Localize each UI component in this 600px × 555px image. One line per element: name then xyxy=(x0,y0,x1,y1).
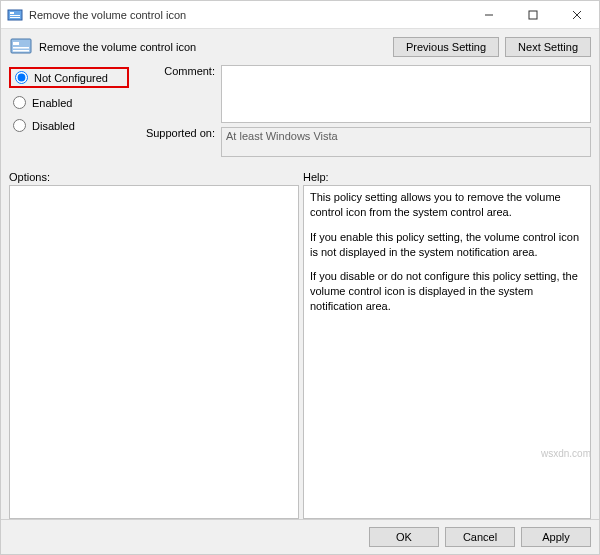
svg-rect-2 xyxy=(10,15,20,16)
split-panels: Options: Help: This policy setting allow… xyxy=(9,171,591,519)
help-label: Help: xyxy=(303,171,591,183)
svg-rect-11 xyxy=(13,50,29,52)
fields-column: Comment: Supported on: At least Windows … xyxy=(129,65,591,161)
content-area: Remove the volume control icon Previous … xyxy=(1,29,599,519)
policy-title: Remove the volume control icon xyxy=(39,41,387,53)
svg-rect-10 xyxy=(13,47,29,49)
help-paragraph: If you disable or do not configure this … xyxy=(310,269,584,314)
state-radio-group: Not Configured Enabled Disabled xyxy=(9,65,129,134)
cancel-button[interactable]: Cancel xyxy=(445,527,515,547)
help-column: Help: This policy setting allows you to … xyxy=(303,171,591,519)
close-button[interactable] xyxy=(555,1,599,29)
radio-enabled-label: Enabled xyxy=(32,97,72,109)
radio-disabled-input[interactable] xyxy=(13,119,26,132)
config-row: Not Configured Enabled Disabled Comment: xyxy=(9,65,591,161)
previous-setting-button[interactable]: Previous Setting xyxy=(393,37,499,57)
comment-row: Comment: xyxy=(129,65,591,123)
supported-label: Supported on: xyxy=(129,127,221,139)
radio-disabled-label: Disabled xyxy=(32,120,75,132)
next-setting-button[interactable]: Next Setting xyxy=(505,37,591,57)
svg-rect-3 xyxy=(10,17,20,18)
ok-button[interactable]: OK xyxy=(369,527,439,547)
titlebar: Remove the volume control icon xyxy=(1,1,599,29)
help-paragraph: If you enable this policy setting, the v… xyxy=(310,230,584,260)
svg-rect-9 xyxy=(13,42,19,45)
help-panel[interactable]: This policy setting allows you to remove… xyxy=(303,185,591,519)
header-row: Remove the volume control icon Previous … xyxy=(9,35,591,59)
comment-textarea[interactable] xyxy=(221,65,591,123)
radio-not-configured[interactable]: Not Configured xyxy=(9,67,129,88)
help-paragraph: This policy setting allows you to remove… xyxy=(310,190,584,220)
gpedit-icon xyxy=(7,7,23,23)
apply-button[interactable]: Apply xyxy=(521,527,591,547)
comment-label: Comment: xyxy=(129,65,221,77)
nav-buttons: Previous Setting Next Setting xyxy=(393,37,591,57)
svg-rect-5 xyxy=(529,11,537,19)
options-label: Options: xyxy=(9,171,299,183)
policy-icon xyxy=(9,35,33,59)
options-column: Options: xyxy=(9,171,299,519)
supported-row: Supported on: At least Windows Vista xyxy=(129,127,591,157)
radio-enabled-input[interactable] xyxy=(13,96,26,109)
options-panel[interactable] xyxy=(9,185,299,519)
svg-rect-1 xyxy=(10,12,14,14)
radio-disabled[interactable]: Disabled xyxy=(9,117,129,134)
minimize-button[interactable] xyxy=(467,1,511,29)
radio-not-configured-label: Not Configured xyxy=(34,72,108,84)
supported-textarea: At least Windows Vista xyxy=(221,127,591,157)
window-title: Remove the volume control icon xyxy=(29,9,467,21)
radio-not-configured-input[interactable] xyxy=(15,71,28,84)
maximize-button[interactable] xyxy=(511,1,555,29)
footer: OK Cancel Apply xyxy=(1,519,599,554)
radio-enabled[interactable]: Enabled xyxy=(9,94,129,111)
dialog-window: Remove the volume control icon Remove th… xyxy=(0,0,600,555)
